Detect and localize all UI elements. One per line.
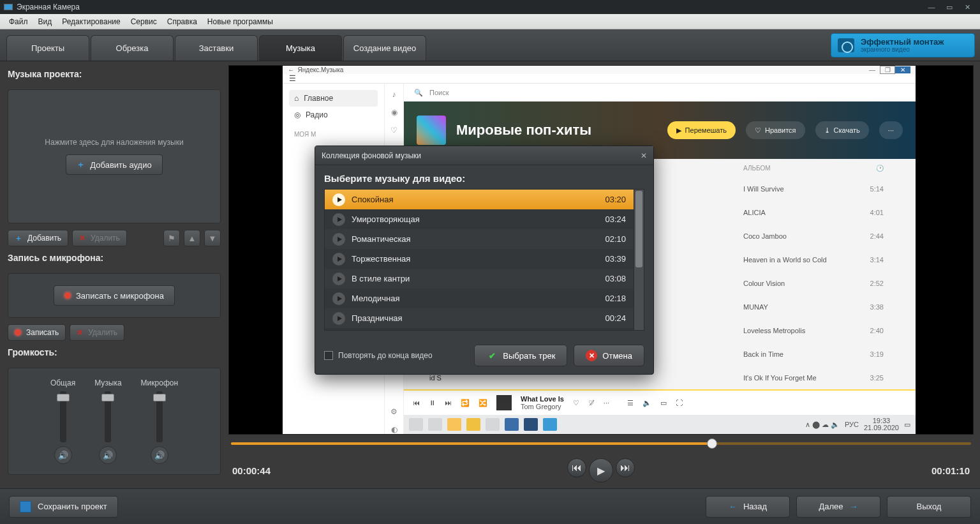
move-up-button[interactable]: ▲	[184, 230, 200, 246]
volume-mic-slider[interactable]	[156, 391, 163, 442]
dialog-track[interactable]: Торжественная03:39	[325, 249, 634, 269]
mic-title: Запись с микрофона:	[8, 253, 221, 263]
x-circle-icon: ✕	[586, 350, 597, 361]
more-button: ···	[879, 121, 903, 139]
select-track-label: Выбрать трек	[503, 351, 555, 361]
dialog-track[interactable]: Праздничная00:24	[325, 308, 634, 328]
track-duration: 03:20	[605, 195, 626, 204]
project-music-title: Музыка проекта:	[8, 69, 221, 79]
like-button: ♡ Нравится	[746, 121, 805, 139]
track-duration: 02:10	[605, 234, 626, 244]
back-button[interactable]: ←Назад	[706, 496, 790, 518]
camera-icon	[838, 38, 854, 52]
dialog-heading: Выберите музыку для видео:	[324, 173, 644, 184]
dialog-scrollbar[interactable]	[634, 190, 644, 330]
menu-edit[interactable]: Редактирование	[57, 17, 125, 26]
menu-file[interactable]: Файл	[4, 17, 33, 26]
save-project-label: Сохранить проект	[38, 502, 107, 511]
tray-date: 21.09.2020	[864, 424, 899, 431]
tab-trim[interactable]: Обрезка	[91, 35, 174, 61]
sidebar-radio: Радио	[306, 110, 328, 119]
add-button[interactable]: ＋Добавить	[8, 230, 68, 246]
track-duration: 03:39	[605, 254, 626, 264]
tab-strip: Проекты Обрезка Заставки Музыка Создание…	[0, 29, 980, 61]
timeline[interactable]	[228, 435, 974, 453]
minimize-icon: —	[865, 66, 880, 73]
delete-button[interactable]: ✖Удалить	[72, 230, 127, 246]
record-mic-button[interactable]: Записать с микрофона	[54, 285, 175, 306]
cancel-button[interactable]: ✕ Отмена	[574, 345, 644, 366]
track-duration: 03:24	[605, 214, 626, 224]
dislike-icon: ♡̸	[588, 399, 595, 407]
track-duration: 00:24	[605, 313, 626, 323]
volume-master-label: Общая	[50, 378, 75, 387]
pause-icon: ⏸	[429, 399, 436, 407]
col-duration-icon: 🕑	[852, 165, 884, 172]
track-name: В стиле кантри	[352, 274, 598, 283]
volume-mic: Микрофон 🔊	[141, 378, 178, 464]
volume-master-mute[interactable]: 🔊	[54, 446, 72, 464]
check-icon: ✔	[486, 350, 498, 361]
plus-icon: ＋	[77, 159, 85, 170]
volume-master-slider[interactable]	[60, 391, 66, 442]
flag-button[interactable]: ⚑	[163, 230, 180, 246]
timeline-knob[interactable]	[707, 438, 717, 449]
add-audio-button[interactable]: ＋ Добавить аудио	[66, 154, 162, 175]
promo-banner[interactable]: Эффектный монтаж экранного видео	[831, 33, 975, 57]
dialog-track[interactable]: Романтическая02:10	[325, 229, 634, 249]
next-frame-button[interactable]: ⏭	[616, 458, 635, 477]
dialog-track[interactable]: Мелодичная02:18	[325, 288, 634, 308]
cancel-label: Отмена	[602, 351, 632, 361]
move-down-button[interactable]: ▼	[204, 230, 221, 246]
sidebar-home: Главное	[304, 94, 333, 103]
repeat-checkbox[interactable]: Повторять до конца видео	[324, 351, 468, 360]
tab-projects[interactable]: Проекты	[6, 35, 89, 61]
download-button: ⤓ Скачать	[815, 121, 869, 139]
radio-icon: ◎	[294, 110, 301, 119]
menu-service[interactable]: Сервис	[126, 17, 162, 26]
dropzone-hint: Нажмите здесь для наложения музыки	[45, 138, 183, 147]
menu-new[interactable]: Новые программы	[202, 17, 278, 26]
sidebar-my-music: МОЯ М	[289, 131, 378, 138]
next-button[interactable]: Далее→	[796, 496, 880, 518]
record-label: Записать	[26, 328, 59, 337]
close-icon: ✕	[895, 66, 910, 73]
track-duration: 02:18	[605, 294, 626, 303]
playlist-cover	[417, 116, 446, 145]
footer-bar: Сохранить проект ←Назад Далее→ Выход	[0, 488, 980, 524]
tab-intros[interactable]: Заставки	[175, 35, 258, 61]
shuffle-icon: 🔀	[479, 399, 487, 407]
window-maximize[interactable]: ▭	[940, 3, 958, 11]
select-track-button[interactable]: ✔ Выбрать трек	[474, 345, 567, 366]
volume-music-slider[interactable]	[105, 391, 111, 442]
dialog-track[interactable]: Спокойная03:20	[325, 190, 634, 209]
menu-help[interactable]: Справка	[162, 17, 202, 26]
dialog-track[interactable]: В стиле кантри03:08	[325, 269, 634, 288]
play-button[interactable]: ▶	[589, 458, 613, 483]
play-icon	[332, 193, 345, 206]
window-close[interactable]: ✕	[958, 3, 976, 11]
window-title: Экранная Камера	[17, 3, 80, 11]
tab-music[interactable]: Музыка	[259, 35, 342, 61]
record-mic-label: Записать с микрофона	[76, 291, 164, 301]
back-icon: ←	[288, 66, 294, 73]
record-button[interactable]: Записать	[8, 324, 66, 341]
menu-view[interactable]: Вид	[33, 17, 57, 26]
delete-recording-button[interactable]: ✖Удалить	[70, 324, 124, 341]
save-project-button[interactable]: Сохранить проект	[9, 496, 118, 518]
tab-export[interactable]: Создание видео	[343, 35, 426, 61]
shuffle-button: ▶ Перемешать	[667, 121, 736, 139]
prev-frame-button[interactable]: ⏮	[567, 458, 586, 477]
timecode-current: 00:00:44	[232, 465, 302, 476]
exit-button[interactable]: Выход	[887, 496, 971, 518]
menu-bar: Файл Вид Редактирование Сервис Справка Н…	[0, 14, 980, 29]
checkbox-icon	[324, 351, 333, 360]
volume-mic-mute[interactable]: 🔊	[151, 446, 168, 464]
project-music-dropzone[interactable]: Нажмите здесь для наложения музыки ＋ Доб…	[8, 89, 221, 223]
window-minimize[interactable]: —	[923, 3, 940, 11]
dialog-close-button[interactable]: ✕	[641, 151, 647, 160]
prev-icon: ⏮	[413, 399, 420, 407]
record-icon	[15, 329, 21, 336]
dialog-track[interactable]: Умиротворяющая03:24	[325, 209, 634, 229]
volume-music-mute[interactable]: 🔊	[99, 446, 117, 464]
